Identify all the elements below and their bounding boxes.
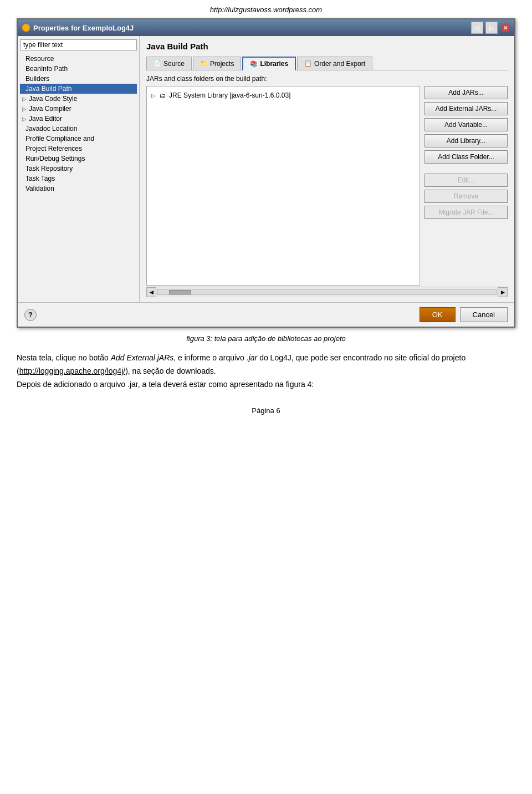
tab-label: Source — [163, 60, 185, 68]
sidebar-item-3[interactable]: Java Build Path — [20, 84, 137, 94]
properties-dialog: Properties for ExemploLog4J ◁ ▷ ✕ Resour… — [17, 18, 515, 328]
button-add-external-jars-[interactable]: Add External JARs... — [424, 102, 508, 115]
build-path-label: JARs and class folders on the build path… — [146, 75, 508, 83]
tree-arrow-icon: ▷ — [22, 116, 27, 122]
sidebar-item-10[interactable]: Run/Debug Settings — [20, 154, 137, 164]
scrollbar-area: ◀ ▶ — [146, 287, 508, 297]
sidebar-item-label: BeanInfo Path — [25, 65, 68, 73]
tab-label: Projects — [210, 60, 234, 68]
dialog-footer: ? OK Cancel — [18, 302, 514, 327]
footer-right: OK Cancel — [420, 307, 508, 322]
dialog-titlebar: Properties for ExemploLog4J ◁ ▷ ✕ — [18, 19, 514, 36]
tab-label: Order and Export — [314, 60, 365, 68]
cancel-button[interactable]: Cancel — [460, 307, 508, 322]
help-button[interactable]: ? — [24, 309, 37, 321]
ok-button[interactable]: OK — [420, 307, 456, 322]
tab-icon: 📚 — [250, 60, 258, 68]
tab-icon: 📁 — [200, 60, 208, 67]
sidebar-item-label: Java Code Style — [29, 95, 77, 103]
panel-title: Java Build Path — [146, 42, 508, 51]
sidebar-item-7[interactable]: Javadoc Location — [20, 124, 137, 134]
dialog-body: ResourceBeanInfo PathBuildersJava Build … — [18, 36, 514, 302]
sidebar-item-0[interactable]: Resource — [20, 54, 137, 64]
button-add-variable-[interactable]: Add Variable... — [424, 118, 508, 131]
sidebar-item-label: Task Tags — [25, 175, 55, 182]
tab-source[interactable]: 📄Source — [146, 57, 192, 70]
scroll-left-button[interactable]: ◀ — [146, 287, 156, 297]
nav-next-button[interactable]: ▷ — [485, 22, 498, 34]
figure-caption: figura 3: tela para adição de biblioteca… — [0, 334, 532, 343]
button-add-jars-[interactable]: Add JARs... — [424, 86, 508, 99]
nav-prev-button[interactable]: ◁ — [471, 22, 483, 34]
jar-ref: .jar — [247, 353, 257, 362]
sidebar-item-2[interactable]: Builders — [20, 74, 137, 84]
titlebar-right: ◁ ▷ ✕ — [471, 22, 510, 34]
sidebar-item-12[interactable]: Task Tags — [20, 174, 137, 184]
button-add-class-folder-[interactable]: Add Class Folder... — [424, 150, 508, 164]
sidebar-item-label: Resource — [25, 55, 54, 63]
buttons-column: Add JARs...Add External JARs...Add Varia… — [424, 86, 508, 286]
sidebar-item-label: Task Repository — [25, 165, 73, 172]
sidebar-item-9[interactable]: Project References — [20, 144, 137, 154]
button-remove: Remove — [424, 190, 508, 203]
dialog-title: Properties for ExemploLog4J — [33, 24, 134, 32]
tab-libraries[interactable]: 📚Libraries — [242, 57, 296, 70]
body-text: Nesta tela, clique no botão Add External… — [0, 352, 532, 391]
scroll-track[interactable] — [157, 289, 497, 295]
scroll-right-button[interactable]: ▶ — [498, 287, 508, 297]
sidebar-item-label: Profile Compliance and — [25, 135, 94, 142]
sidebar-item-label: Javadoc Location — [25, 125, 77, 133]
sidebar-item-8[interactable]: Profile Compliance and — [20, 134, 137, 144]
tab-icon: 📄 — [154, 60, 161, 67]
page-number: Página 6 — [0, 395, 532, 426]
lib-tree-file-icon: 🗂 — [158, 91, 167, 100]
sidebar-item-13[interactable]: Validation — [20, 184, 137, 194]
sidebar-item-11[interactable]: Task Repository — [20, 164, 137, 174]
tree-arrow-icon: ▷ — [22, 96, 27, 102]
sidebar-item-label: Java Editor — [29, 115, 62, 123]
tab-icon: 📋 — [304, 60, 312, 67]
add-external-jars-ref: Add External jARs — [111, 353, 174, 362]
sidebar-item-label: Java Compiler — [29, 105, 71, 113]
sidebar-item-label: Java Build Path — [25, 85, 71, 93]
sidebar-item-label: Validation — [25, 185, 54, 192]
page-url: http://luizgustavoss.wordpress.com — [0, 0, 532, 18]
filter-input[interactable] — [20, 39, 137, 50]
left-panel: ResourceBeanInfo PathBuildersJava Build … — [18, 36, 140, 302]
lib-tree-arrow-icon: ▷ — [151, 93, 156, 99]
sidebar-item-4[interactable]: ▷Java Code Style — [20, 94, 137, 104]
tab-order-and-export[interactable]: 📋Order and Export — [297, 57, 372, 70]
dialog-title-icon — [22, 24, 30, 32]
dialog-wrapper: Properties for ExemploLog4J ◁ ▷ ✕ Resour… — [0, 18, 532, 328]
sidebar-item-5[interactable]: ▷Java Compiler — [20, 104, 137, 114]
tab-projects[interactable]: 📁Projects — [193, 57, 241, 70]
footer-left: ? — [24, 309, 37, 321]
title-left: Properties for ExemploLog4J — [22, 24, 134, 32]
button-separator — [424, 166, 508, 171]
left-tree: ResourceBeanInfo PathBuildersJava Build … — [20, 54, 137, 194]
tab-label: Libraries — [260, 60, 288, 68]
button-add-library-[interactable]: Add Library... — [424, 134, 508, 147]
scroll-thumb[interactable] — [169, 290, 191, 294]
sidebar-item-label: Builders — [25, 75, 49, 83]
tree-arrow-icon: ▷ — [22, 106, 27, 112]
right-panel: Java Build Path 📄Source📁Projects📚Librari… — [140, 36, 514, 302]
lib-tree-label: JRE System Library [java-6-sun-1.6.0.03] — [169, 91, 290, 99]
button-edit-: Edit... — [424, 174, 508, 187]
lib-tree-item-0[interactable]: ▷🗂JRE System Library [java-6-sun-1.6.0.0… — [150, 90, 416, 101]
log4j-link[interactable]: http://logging.apache.org/log4j/ — [19, 367, 125, 375]
content-area: ▷🗂JRE System Library [java-6-sun-1.6.0.0… — [146, 86, 508, 286]
dialog-close-button[interactable]: ✕ — [501, 23, 510, 32]
sidebar-item-1[interactable]: BeanInfo Path — [20, 64, 137, 74]
sidebar-item-label: Run/Debug Settings — [25, 155, 85, 162]
sidebar-item-6[interactable]: ▷Java Editor — [20, 114, 137, 124]
library-tree-area: ▷🗂JRE System Library [java-6-sun-1.6.0.0… — [146, 86, 420, 286]
button-migrate-jar-file-: Migrate JAR File... — [424, 206, 508, 219]
tabs-row: 📄Source📁Projects📚Libraries📋Order and Exp… — [146, 57, 508, 70]
sidebar-item-label: Project References — [25, 145, 82, 152]
nav-buttons: ◁ ▷ — [471, 22, 498, 34]
